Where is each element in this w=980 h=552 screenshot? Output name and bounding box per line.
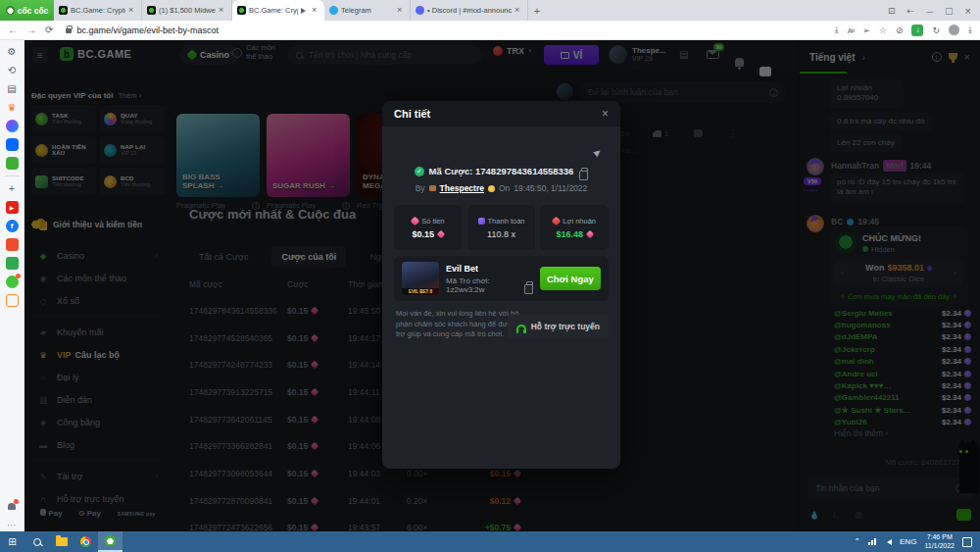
shopping-cart-icon[interactable]	[6, 294, 19, 307]
game-thumbnail[interactable]: EVIL BET II	[402, 262, 439, 295]
url-text: bc.game/vi/game/evil-bet-by-mascot	[76, 25, 219, 35]
time: 7:46 PM	[924, 533, 955, 542]
share-icon[interactable]	[590, 144, 606, 160]
share-page-icon[interactable]	[862, 25, 870, 35]
shopee-icon[interactable]	[6, 238, 19, 251]
tab-close-icon[interactable]	[397, 6, 405, 15]
bet-datetime: 19:45:50, 1/11/2022	[514, 183, 587, 193]
discord-favicon	[416, 6, 424, 15]
window-minimize-button[interactable]	[926, 6, 933, 16]
translate-icon[interactable]	[848, 25, 855, 35]
bcgame-favicon	[59, 6, 68, 15]
windows-taskbar: ENG 7:46 PM 11/1/2022	[0, 531, 980, 552]
coccoc-icon	[105, 535, 116, 546]
notifications-bell-icon[interactable]	[6, 500, 19, 513]
on-label: On	[499, 183, 510, 193]
browser-tab[interactable]: Telegram	[324, 0, 411, 21]
window-maximize-button[interactable]	[945, 6, 954, 16]
thumb-caption: EVIL BET II	[402, 288, 439, 295]
download-extension-icon[interactable]	[911, 25, 923, 36]
stat-label: Số tiền	[421, 217, 444, 226]
stat-value: $0.15	[413, 229, 445, 239]
bet-stats: Số tiền $0.15 Thanh toán 110.8 x Lợi nhu…	[394, 205, 609, 250]
chrome-button[interactable]	[74, 531, 98, 552]
coccoc-brand-label: cốc cốc	[18, 6, 49, 16]
taskbar-search-button[interactable]	[24, 531, 49, 552]
browser-tab[interactable]: (1) $1,500 Midweek Mascot	[142, 0, 232, 21]
browser-tab[interactable]: • Discord | #mod-announc	[411, 0, 528, 21]
bookmark-star-icon[interactable]	[879, 25, 887, 35]
bet-author-row: By Thespectre On 19:45:50, 1/11/2022	[382, 183, 620, 193]
reload-button[interactable]	[45, 25, 53, 35]
add-shortcut-icon[interactable]	[6, 182, 19, 195]
downloads-tray-icon[interactable]	[968, 25, 972, 35]
tab-close-icon[interactable]	[128, 6, 136, 15]
modal-header: Chi tiết	[382, 101, 620, 126]
file-explorer-button[interactable]	[49, 531, 74, 552]
stat-label: Thanh toán	[488, 217, 525, 226]
copy-icon[interactable]	[581, 168, 588, 176]
clock[interactable]: 7:46 PM 11/1/2022	[924, 533, 955, 551]
bet-details-modal: Chi tiết Mã Cược: 1748297843614558336 By…	[382, 101, 620, 469]
lock-icon	[66, 28, 72, 33]
browser-tab-active[interactable]: BC.Game: Crypto Casino	[232, 0, 324, 21]
window-close-button[interactable]	[965, 5, 971, 17]
tab-overview-icon[interactable]	[907, 6, 915, 16]
search-icon	[33, 538, 41, 546]
sunglasses-emoji-icon	[488, 185, 495, 192]
live-support-button[interactable]: Hỗ trợ trực tuyến	[508, 315, 609, 338]
bcgame-app: b BC.GAME Casino Các môn thể thao TRX VÍ…	[24, 40, 980, 531]
network-icon[interactable]	[868, 538, 876, 545]
history-icon[interactable]	[6, 64, 19, 76]
volume-icon[interactable]	[884, 539, 892, 545]
start-button[interactable]	[0, 531, 24, 552]
green-notify-app-icon[interactable]	[6, 276, 19, 288]
youtube-icon[interactable]	[6, 201, 19, 214]
play-now-button[interactable]: Chơi Ngay	[540, 267, 601, 290]
bcgame-favicon	[147, 6, 156, 15]
tray-expand-icon[interactable]	[854, 537, 860, 546]
gem-icon	[437, 229, 445, 237]
back-button[interactable]	[8, 25, 18, 35]
payout-icon	[478, 218, 485, 225]
url-field[interactable]: bc.game/vi/game/evil-bet-by-mascot	[62, 25, 825, 35]
adblock-icon[interactable]	[896, 25, 904, 35]
modal-close-icon[interactable]	[602, 107, 609, 121]
zalo-icon[interactable]	[6, 138, 19, 151]
rail-more-icon[interactable]	[6, 519, 19, 531]
coccoc-button[interactable]	[98, 531, 122, 552]
modal-title: Chi tiết	[394, 108, 430, 120]
tab-close-icon[interactable]	[514, 6, 522, 15]
new-tab-button[interactable]	[528, 0, 546, 21]
tab-audio-icon[interactable]	[301, 8, 309, 14]
coccoc-brand[interactable]: cốc cốc	[0, 0, 54, 21]
chrome-icon	[80, 536, 91, 547]
live-support-label: Hỗ trợ trực tuyến	[531, 322, 600, 331]
browser-tab-bar: cốc cốc BC.Game: Crypto Casino Gam (1) $…	[0, 0, 980, 21]
forward-button[interactable]	[26, 25, 36, 35]
tab-search-icon[interactable]	[888, 6, 896, 16]
settings-gear-icon[interactable]	[6, 45, 19, 58]
date: 11/1/2022	[924, 542, 955, 551]
stat-value: $16.48	[556, 229, 593, 239]
facebook-icon[interactable]	[6, 220, 19, 232]
amount-icon	[411, 216, 420, 226]
copy-icon[interactable]	[526, 281, 532, 289]
profile-avatar-icon[interactable]	[949, 25, 959, 35]
crown-rewards-icon[interactable]	[6, 101, 19, 114]
green-app-icon[interactable]	[6, 257, 19, 270]
save-page-icon[interactable]	[835, 25, 839, 35]
tab-close-icon[interactable]	[312, 6, 319, 15]
games-icon[interactable]	[6, 157, 19, 170]
tab-close-icon[interactable]	[219, 6, 226, 15]
sync-icon[interactable]	[932, 25, 940, 35]
tab-title: BC.Game: Crypto Casino Gam	[71, 6, 125, 15]
action-center-icon[interactable]	[962, 537, 972, 547]
stat-label: Lợi nhuận	[563, 217, 596, 226]
messenger-icon[interactable]	[6, 120, 19, 132]
browser-tab[interactable]: BC.Game: Crypto Casino Gam	[54, 0, 142, 21]
windows-logo-icon	[8, 536, 16, 547]
language-indicator[interactable]: ENG	[900, 537, 916, 546]
bet-author[interactable]: Thespectre	[440, 183, 484, 193]
reading-list-icon[interactable]	[6, 82, 19, 95]
